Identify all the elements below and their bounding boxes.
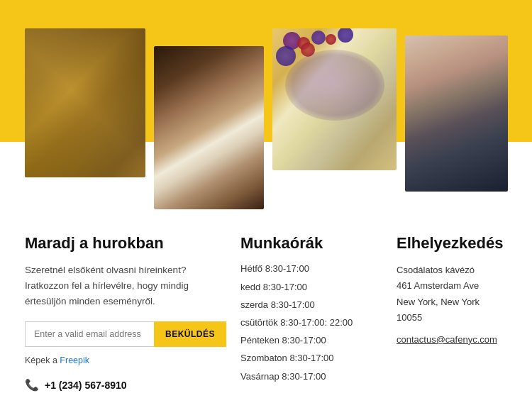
gallery-grid (0, 0, 532, 209)
cafe-city: New York, New York 10055 (397, 297, 480, 323)
submit-button[interactable]: BEKÜLDÉS (154, 321, 226, 347)
hours-row: kedd 8:30-17:00 (240, 281, 382, 294)
hours-column: Munkaórák Hétfő 8:30-17:00kedd 8:30-17:0… (240, 234, 397, 392)
newsletter-title: Maradj a hurokban (25, 234, 226, 253)
phone-icon: 📞 (25, 378, 39, 392)
location-column: Elhelyezkedés Csodálatos kávézó 461 Amst… (397, 234, 507, 392)
gallery-section (0, 0, 532, 206)
chef-photo-card (405, 35, 508, 192)
content-section: Maradj a hurokban Szeretnél elsőként olv… (0, 206, 532, 413)
freepik-link[interactable]: Freepik (60, 355, 89, 365)
cake-image (272, 28, 397, 170)
hours-row: Hétfő 8:30-17:00 (240, 262, 382, 275)
bread-photo-card (25, 28, 145, 177)
hours-schedule: Hétfő 8:30-17:00kedd 8:30-17:00szerda 8:… (240, 262, 382, 382)
cafe-name: Csodálatos kávézó (397, 265, 475, 275)
hours-row: Szombaton 8:30-17:00 (240, 352, 382, 365)
freepik-credit: Képek a Freepik (25, 355, 226, 365)
phone-row: 📞 +1 (234) 567-8910 (25, 378, 226, 392)
cake-photo-card (272, 28, 397, 170)
hours-row: Vasárnap 8:30-17:00 (240, 370, 382, 383)
newsletter-description: Szeretnél elsőként olvasni híreinkent? I… (25, 262, 226, 309)
location-title: Elhelyezkedés (397, 234, 507, 253)
contact-email[interactable]: contactus@cafenyc.com (397, 334, 507, 345)
hours-row: Pénteken 8:30-17:00 (240, 334, 382, 347)
coffee-photo-card (154, 46, 264, 209)
email-form: BEKÜLDÉS (25, 321, 226, 347)
hours-title: Munkaórák (240, 234, 382, 253)
hours-row: csütörtök 8:30-17:00: 22:00 (240, 316, 382, 329)
phone-number: +1 (234) 567-8910 (45, 380, 127, 391)
bread-image (25, 28, 145, 177)
hours-row: szerda 8:30-17:00 (240, 299, 382, 311)
location-details: Csodálatos kávézó 461 Amsterdam Ave New … (397, 262, 507, 325)
newsletter-column: Maradj a hurokban Szeretnél elsőként olv… (25, 234, 240, 392)
coffee-image (154, 46, 264, 209)
email-input[interactable] (25, 321, 154, 347)
cafe-street: 461 Amsterdam Ave (397, 280, 479, 291)
chef-image (405, 35, 508, 192)
